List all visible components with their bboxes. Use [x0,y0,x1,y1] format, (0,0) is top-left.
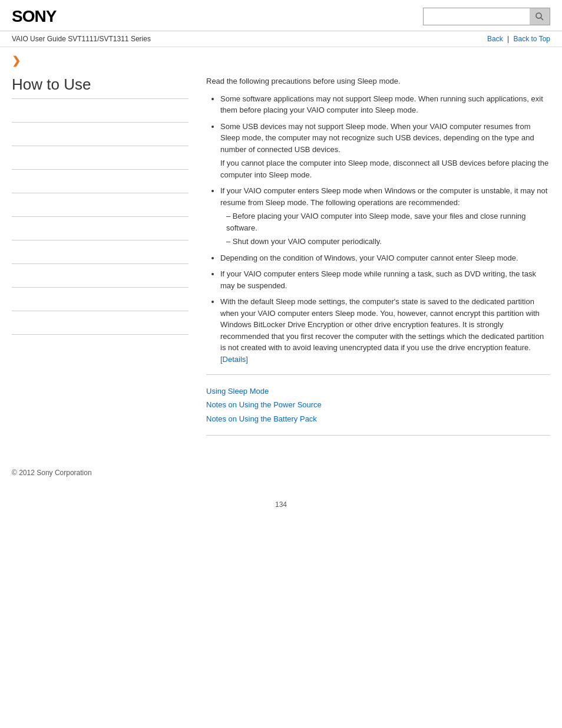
bullet-item-4: Depending on the condition of Windows, y… [220,252,550,264]
breadcrumb-arrow: ❯ [12,55,21,67]
related-link-power-source[interactable]: Notes on Using the Power Source [206,398,550,411]
bullet-text-6: With the default Sleep mode settings, th… [220,297,544,352]
sidebar-item-3[interactable] [12,146,189,170]
related-link-battery-pack[interactable]: Notes on Using the Battery Pack [206,412,550,426]
sidebar-title: How to Use [12,75,189,99]
svg-point-0 [536,13,541,18]
page-header: SONY [0,0,562,31]
content-divider-top [206,374,550,375]
bullet-extra-2: If you cannot place the computer into Sl… [220,157,550,180]
bullet-item-1: Some software applications may not suppo… [220,93,550,116]
svg-line-1 [541,18,543,20]
content-divider-bottom [206,435,550,436]
bullet-text-2: Some USB devices may not support Sleep m… [220,122,534,154]
search-input[interactable] [424,8,530,25]
breadcrumb-area: ❯ [0,47,562,70]
sub-item-3-1: Before placing your VAIO computer into S… [220,210,550,233]
copyright: © 2012 Sony Corporation [12,469,92,477]
back-link[interactable]: Back [487,35,503,43]
sidebar-item-5[interactable] [12,193,189,217]
bullet-item-2: Some USB devices may not support Sleep m… [220,121,550,181]
sidebar-item-4[interactable] [12,170,189,193]
sidebar-item-10[interactable] [12,311,189,335]
related-link-sleep-mode[interactable]: Using Sleep Mode [206,384,550,398]
nav-links: Back | Back to Top [487,35,550,43]
sidebar-item-1[interactable] [12,99,189,123]
content-area: Read the following precautions before us… [200,75,550,445]
bullet-text-5: If your VAIO computer enters Sleep mode … [220,269,536,290]
sub-list-3: Before placing your VAIO computer into S… [220,210,550,248]
sidebar-item-8[interactable] [12,264,189,288]
bullet-text-1: Some software applications may not suppo… [220,94,543,115]
page-number: 134 [0,500,562,521]
bullet-list: Some software applications may not suppo… [206,93,550,365]
sidebar-item-6[interactable] [12,217,189,241]
details-link[interactable]: [Details] [220,355,248,364]
guide-title: VAIO User Guide SVT1111/SVT1311 Series [12,35,151,43]
sidebar-item-9[interactable] [12,288,189,311]
sony-logo: SONY [12,7,56,26]
search-button[interactable] [530,8,550,25]
related-links: Using Sleep Mode Notes on Using the Powe… [206,384,550,426]
back-to-top-link[interactable]: Back to Top [514,35,550,43]
main-content: How to Use Read the following precaution… [0,70,562,457]
sidebar-item-7[interactable] [12,241,189,264]
search-box[interactable] [423,8,550,25]
footer: © 2012 Sony Corporation [0,457,562,477]
nav-separator: | [507,35,511,43]
bullet-text-4: Depending on the condition of Windows, y… [220,253,518,262]
nav-bar: VAIO User Guide SVT1111/SVT1311 Series B… [0,31,562,47]
content-intro: Read the following precautions before us… [206,75,550,87]
sidebar: How to Use [12,75,189,445]
search-icon [535,12,544,21]
bullet-item-3: If your VAIO computer enters Sleep mode … [220,185,550,248]
bullet-item-5: If your VAIO computer enters Sleep mode … [220,268,550,291]
bullet-item-6: With the default Sleep mode settings, th… [220,296,550,365]
sidebar-item-2[interactable] [12,123,189,146]
sub-item-3-2: Shut down your VAIO computer periodicall… [220,236,550,248]
bullet-text-3: If your VAIO computer enters Sleep mode … [220,186,547,207]
